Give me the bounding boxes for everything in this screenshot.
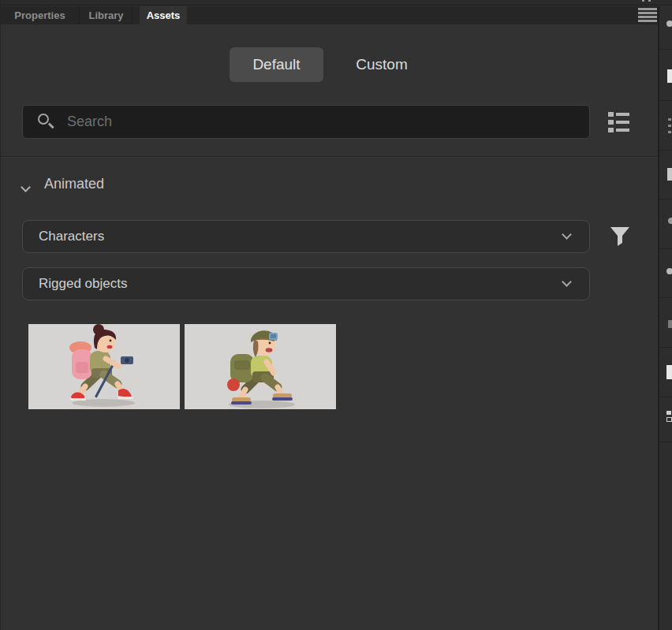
rigged-objects-dropdown[interactable]: Rigged objects [22, 267, 590, 300]
clipped-icon-fragment [668, 320, 672, 328]
hiking-boy-illustration [185, 324, 336, 409]
custom-toggle-button[interactable]: Custom [342, 47, 421, 82]
chevron-down-icon [562, 229, 572, 240]
clipped-icon-fragment [666, 268, 672, 274]
clipped-icon-fragment [648, 0, 651, 2]
clipped-icon-fragment [666, 411, 671, 415]
adjacent-panel-sliver [658, 6, 672, 630]
clipped-icon-fragment [666, 21, 672, 27]
panel-menu-icon[interactable] [638, 8, 657, 21]
search-input[interactable] [67, 106, 572, 138]
section-divider [1, 156, 658, 158]
chevron-down-icon [562, 277, 572, 287]
tab-properties[interactable]: Properties [1, 6, 80, 24]
clipped-icon-fragment [668, 131, 671, 133]
characters-dropdown[interactable]: Characters [22, 220, 590, 253]
rigged-objects-dropdown-value: Rigged objects [39, 276, 127, 292]
default-toggle-label: Default [252, 56, 300, 73]
clipped-icon-fragment [642, 0, 644, 2]
asset-thumbnail-hiking-girl[interactable] [28, 324, 180, 409]
tab-assets[interactable]: Assets [140, 6, 187, 24]
clipped-icon-fragment [666, 417, 672, 422]
clipped-icon-fragment [668, 118, 671, 121]
section-title-animated: Animated [44, 176, 104, 192]
list-view-icon[interactable] [608, 112, 630, 133]
search-box [22, 105, 590, 139]
custom-toggle-label: Custom [356, 56, 407, 73]
clipped-icon-fragment [668, 218, 672, 224]
assets-panel: Properties Library Assets Default Custom… [0, 0, 672, 630]
asset-thumbnail-hiking-boy[interactable] [185, 324, 336, 409]
clipped-icon-fragment [667, 69, 672, 83]
filter-funnel-icon[interactable] [610, 226, 630, 247]
hiking-girl-illustration [28, 324, 180, 409]
characters-dropdown-value: Characters [39, 229, 104, 244]
clipped-icon-fragment [668, 125, 671, 127]
search-icon [37, 113, 56, 132]
default-toggle-button[interactable]: Default [230, 47, 323, 82]
window-top-bar [1, 0, 672, 6]
clipped-icon-fragment [667, 168, 672, 181]
tab-library[interactable]: Library [80, 6, 133, 24]
chevron-down-icon[interactable] [22, 180, 35, 189]
clipped-icon-fragment [666, 365, 672, 379]
panel-tab-bar: Properties Library Assets [1, 6, 658, 24]
